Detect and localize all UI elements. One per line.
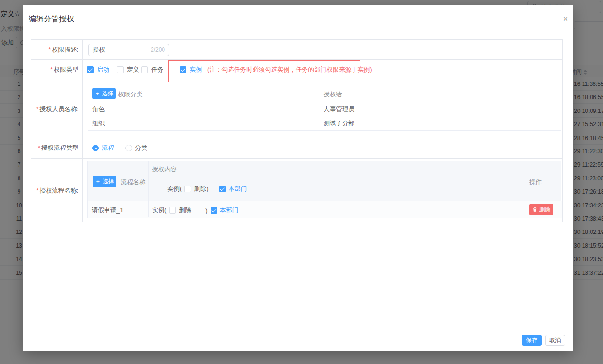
select-people-button[interactable]: ＋ 选择 <box>92 88 116 99</box>
delete-row-button-label: 删除 <box>539 205 551 214</box>
authorized-people-label: *授权人员名称: <box>31 105 78 113</box>
own-dept-checkbox-icon[interactable] <box>211 207 217 214</box>
people-row-grantee: 测试子分部 <box>324 119 354 128</box>
action-col-header: 操作 <box>529 178 542 187</box>
content-col-header: 授权内容 <box>152 165 177 174</box>
form-row-process-type: *授权流程类型 流程 分类 <box>31 138 563 159</box>
cancel-button[interactable]: 取消 <box>545 335 565 346</box>
radio-process[interactable]: 流程 <box>92 144 114 152</box>
instance-prefix: 实例( <box>167 185 182 193</box>
instance-prefix: 实例( <box>152 206 166 215</box>
col-divider <box>525 161 525 217</box>
authorization-form: *权限描述: 授权 2/200 *权限类型 启动 定义 <box>31 39 563 222</box>
permission-desc-input[interactable]: 授权 2/200 <box>88 44 169 56</box>
people-row-grantee: 人事管理员 <box>324 105 354 113</box>
permission-type-label: *权限类型 <box>31 65 78 74</box>
select-process-button[interactable]: ＋ 选择 <box>93 176 116 187</box>
process-table: ＋ 选择 流程名称 授权内容 操作 实例( 删除) 本部门 请假申请_1 实 <box>87 161 561 218</box>
required-mark: * <box>38 144 40 151</box>
form-row-permission-desc: *权限描述: 授权 2/200 <box>31 40 563 60</box>
process-type-label: *授权流程类型 <box>31 144 78 152</box>
people-col-grantee-header: 授权给 <box>324 90 342 99</box>
people-col-category-header: 权限分类 <box>118 90 143 99</box>
row-divider <box>88 201 562 201</box>
paren-close: ) <box>205 207 207 214</box>
own-dept-checkbox-icon[interactable] <box>219 186 226 192</box>
process-name-col-header: 流程名称 <box>121 178 145 187</box>
checkbox-task[interactable]: 任务 <box>141 65 163 74</box>
row-divider <box>88 102 561 102</box>
screen: 定义☆ 入权限描 添加 序号 时间 116 11:36:55216 18:06:… <box>0 0 603 364</box>
trash-icon <box>532 207 537 212</box>
delete-checkbox-icon[interactable] <box>184 186 191 192</box>
instance-note: (注：勾选任务时必须勾选实例，任务的部门权限来源于实例) <box>207 65 372 74</box>
checkbox-task-label: 任务 <box>151 65 163 74</box>
delete-option-label: 删除) <box>194 185 208 193</box>
form-row-permission-type: *权限类型 启动 定义 任务 实例 (注：勾选任务时必须勾选实例，任务的部门权限… <box>31 60 563 80</box>
char-counter: 2/200 <box>151 47 165 53</box>
required-mark: * <box>36 105 38 112</box>
radio-icon[interactable] <box>92 145 99 151</box>
form-row-authorized-people: *授权人员名称: ＋ 选择 权限分类 授权给 角色 人事管理员 组织 测试子分部 <box>31 80 563 138</box>
people-row-category: 角色 <box>92 105 105 113</box>
checkbox-icon[interactable] <box>141 66 148 73</box>
required-mark: * <box>48 46 51 53</box>
radio-category-label: 分类 <box>135 144 147 152</box>
delete-checkbox-icon[interactable] <box>169 207 176 214</box>
process-row-instance-options[interactable]: 实例( 删除 ) 本部门 <box>152 206 239 215</box>
checkbox-start[interactable]: 启动 <box>87 65 109 74</box>
col-divider <box>148 161 149 217</box>
checkbox-start-label: 启动 <box>97 65 109 74</box>
checkbox-instance[interactable]: 实例 (注：勾选任务时必须勾选实例，任务的部门权限来源于实例) <box>180 65 372 74</box>
permission-desc-label: *权限描述: <box>31 46 78 54</box>
required-mark: * <box>50 66 53 73</box>
close-icon[interactable]: × <box>560 13 571 25</box>
delete-row-button[interactable]: 删除 <box>529 204 553 215</box>
row-divider <box>88 130 561 131</box>
checkbox-icon[interactable] <box>117 66 124 73</box>
people-row-category: 组织 <box>92 119 105 128</box>
own-dept-label: 本部门 <box>229 185 247 193</box>
form-row-process-name: *授权流程名称: ＋ 选择 流程名称 授权内容 操作 实例( 删除) <box>31 159 563 223</box>
dialog-title: 编辑分管授权 <box>29 14 74 24</box>
row-divider <box>148 176 525 176</box>
permission-desc-value: 授权 <box>93 46 105 54</box>
radio-icon[interactable] <box>125 145 132 151</box>
checkbox-define[interactable]: 定义 <box>117 65 139 74</box>
radio-category[interactable]: 分类 <box>125 144 147 152</box>
edit-authorization-dialog: 编辑分管授权 × *权限描述: 授权 2/200 *权限类型 启动 <box>23 5 573 351</box>
subheader-instance-options[interactable]: 实例( 删除) 本部门 <box>167 185 247 193</box>
required-mark: * <box>36 187 38 194</box>
process-name-label: *授权流程名称: <box>31 187 78 195</box>
own-dept-label: 本部门 <box>220 206 239 215</box>
checkbox-define-label: 定义 <box>127 65 139 74</box>
radio-process-label: 流程 <box>102 144 114 152</box>
checkbox-instance-label: 实例 <box>190 65 202 74</box>
save-button[interactable]: 保存 <box>522 335 542 346</box>
checkbox-icon[interactable] <box>87 66 94 73</box>
row-divider <box>88 116 561 116</box>
checkbox-icon[interactable] <box>180 66 186 73</box>
process-row-name: 请假申请_1 <box>92 206 123 215</box>
delete-option-label: 删除 <box>179 206 191 215</box>
